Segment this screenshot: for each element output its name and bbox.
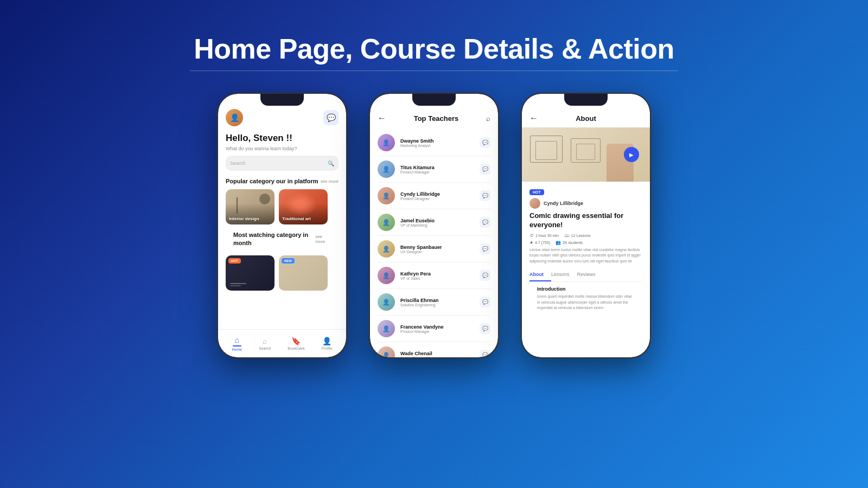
teacher-name-2: Titus Kitamura (400, 165, 474, 170)
nav-search[interactable]: ⌕ Search (259, 337, 271, 350)
tab-about[interactable]: About (529, 268, 551, 281)
teacher-name-7: Priscilla Ehrman (400, 298, 474, 303)
watch-card-2[interactable]: NEW (279, 255, 328, 291)
popular-title: Popular category our in platform (226, 177, 318, 185)
title-divider (190, 70, 678, 71)
teacher-role-8: Product Manager (400, 330, 474, 333)
most-watching-title: Most watching category in month (233, 231, 315, 247)
phone-teachers: ← Top Teachers ⌕ 👤 Dwayne Smith Marketin… (369, 93, 499, 358)
play-button[interactable]: ▶ (624, 147, 639, 162)
subtitle-text: What do you wanna learn today? (218, 146, 346, 156)
intro-title: Introduction (537, 286, 635, 292)
category-interior[interactable]: Interior design (226, 189, 275, 224)
list-item[interactable]: 👤 Titus Kitamura Product Manager 💬 (378, 156, 490, 183)
teacher-avatar-3: 👤 (378, 187, 395, 204)
teachers-title: Top Teachers (414, 114, 459, 123)
list-item[interactable]: 👤 Cyndy Lillibridge Product Designer 💬 (378, 183, 490, 209)
teacher-name-9: Wade Chenail (400, 351, 474, 356)
msg-button-3[interactable]: 💬 (480, 190, 490, 201)
see-more-popular[interactable]: see more (321, 179, 339, 184)
lessons-text: 12 Lessons (571, 234, 591, 237)
list-item[interactable]: 👤 Benny Spanbauer UX Designer 💬 (378, 236, 490, 262)
course-description: Lectus vitae lorem luctus mollie vitae n… (529, 247, 642, 265)
teacher-avatar-4: 👤 (378, 214, 395, 231)
list-item[interactable]: 👤 Dwayne Smith Marketing Analyst 💬 (378, 130, 490, 156)
star-icon: ★ (529, 240, 533, 245)
most-watching-header: Most watching category in month see more (226, 231, 339, 251)
phone-notch-2 (412, 94, 456, 106)
teacher-info-4: Jamel Eusebio VP of Marketing (400, 218, 474, 227)
teacher-info-8: Francene Vandyne Product Manager (400, 324, 474, 333)
nav-profile[interactable]: 👤 Profile (322, 337, 333, 350)
about-back-button[interactable]: ← (529, 113, 538, 123)
category-traditional-label: Traditional art (282, 216, 311, 221)
popular-section-header: Popular category our in platform see mor… (218, 177, 346, 189)
msg-button-7[interactable]: 💬 (480, 297, 490, 307)
watch-card-1[interactable]: HOT (226, 255, 275, 291)
clock-icon: ⏱ (529, 233, 534, 238)
teachers-header: ← Top Teachers ⌕ (370, 109, 498, 130)
teacher-name-8: Francene Vandyne (400, 324, 474, 330)
home-header: 👤 💬 (218, 109, 346, 131)
about-screen: ← About ▶ (522, 94, 650, 357)
teachers-screen: ← Top Teachers ⌕ 👤 Dwayne Smith Marketin… (370, 94, 498, 357)
about-title: About (576, 114, 596, 123)
back-button[interactable]: ← (378, 113, 386, 123)
category-traditional[interactable]: Traditional art (279, 189, 328, 224)
teacher-role-7: Solution Engineering (400, 303, 474, 307)
msg-button-4[interactable]: 💬 (480, 217, 490, 228)
teacher-role-1: Marketing Analyst (400, 144, 474, 147)
teacher-name-3: Cyndy Lillibridge (400, 191, 474, 197)
list-item[interactable]: 👤 Priscilla Ehrman Solution Engineering … (378, 289, 490, 316)
tab-reviews[interactable]: Reviews (577, 268, 603, 281)
teacher-avatar-5: 👤 (378, 240, 395, 258)
teacher-avatar-8: 👤 (378, 320, 395, 337)
search-bar[interactable]: Search 🔍 (226, 156, 339, 171)
nav-home-label: Home (232, 348, 242, 351)
msg-button-5[interactable]: 💬 (480, 243, 490, 254)
list-item[interactable]: 👤 Kathryn Pera VP of Sales 💬 (378, 262, 490, 289)
duration-meta: ⏱ 1 hour 30 min (529, 233, 559, 238)
list-item[interactable]: 👤 Jamel Eusebio VP of Marketing 💬 (378, 209, 490, 236)
course-meta-2: ★ 4.7 (753) 👥 2K students (529, 240, 642, 245)
teacher-avatar-7: 👤 (378, 293, 395, 311)
phone-notch-1 (260, 94, 304, 106)
search-icon-header[interactable]: ⌕ (486, 114, 490, 123)
tab-lessons[interactable]: Lessons (551, 268, 577, 281)
phone-notch-3 (564, 94, 608, 106)
nav-home[interactable]: ⌂ Home (232, 336, 242, 351)
instructor-row: Cyndy Lillibridge (529, 198, 642, 209)
intro-text: lorem quam imperdiet mollis massa bibend… (537, 294, 635, 311)
msg-button-8[interactable]: 💬 (480, 323, 490, 334)
teacher-avatar-6: 👤 (378, 267, 395, 284)
msg-button-6[interactable]: 💬 (480, 270, 490, 281)
bottom-nav: ⌂ Home ⌕ Search 🔖 Bookmark 👤 Profil (218, 329, 346, 357)
list-item[interactable]: 👤 Francene Vandyne Product Manager 💬 (378, 316, 490, 342)
list-item[interactable]: 👤 Wade Chenail Senior Product Manager 💬 (378, 342, 490, 357)
about-content: Introduction lorem quam imperdiet mollis… (529, 286, 642, 311)
duration-text: 1 hour 30 min (535, 234, 559, 237)
course-image: ▶ (522, 127, 650, 182)
teacher-info-9: Wade Chenail Senior Product Manager (400, 351, 474, 358)
msg-button-1[interactable]: 💬 (480, 137, 490, 148)
search-icon: 🔍 (328, 160, 334, 166)
course-info: HOT Cyndy Lillibridge Comic drawing esse… (522, 182, 650, 316)
chat-button[interactable]: 💬 (323, 110, 339, 125)
book-icon: 📖 (564, 233, 570, 238)
watching-cards: HOT NEW (226, 251, 339, 291)
nav-profile-label: Profile (322, 346, 333, 350)
instructor-avatar (529, 198, 540, 209)
msg-button-2[interactable]: 💬 (480, 164, 490, 175)
greeting-text: Hello, Steven !! (218, 131, 346, 146)
course-meta-1: ⏱ 1 hour 30 min 📖 12 Lessons (529, 233, 642, 238)
msg-button-9[interactable]: 💬 (480, 350, 490, 357)
teacher-name-1: Dwayne Smith (400, 138, 474, 144)
teacher-avatar-9: 👤 (378, 346, 395, 357)
home-screen: 👤 💬 Hello, Steven !! What do you wanna l… (218, 94, 346, 357)
category-interior-label: Interior design (229, 216, 259, 221)
avatar[interactable]: 👤 (226, 109, 243, 126)
see-more-watching[interactable]: see more (315, 234, 331, 244)
nav-bookmark[interactable]: 🔖 Bookmark (288, 337, 305, 350)
teacher-avatar-2: 👤 (378, 160, 395, 178)
lessons-meta: 📖 12 Lessons (564, 233, 591, 238)
